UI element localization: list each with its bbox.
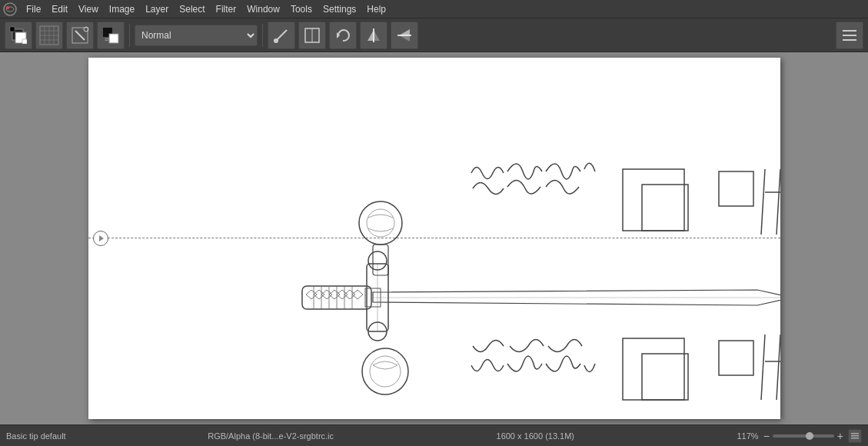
svg-rect-51	[373, 245, 388, 275]
svg-marker-25	[374, 30, 380, 41]
menu-help[interactable]: Help	[362, 2, 391, 16]
svg-rect-52	[623, 169, 684, 231]
zoom-slider-container[interactable]: − +	[763, 430, 843, 442]
menu-window[interactable]: Window	[242, 2, 284, 16]
menu-image[interactable]: Image	[105, 2, 139, 16]
zoom-in-icon[interactable]: +	[837, 430, 843, 442]
flip-vertical-btn[interactable]	[391, 22, 418, 49]
svg-line-56	[777, 169, 780, 235]
svg-point-0	[4, 3, 16, 15]
svg-rect-63	[642, 354, 688, 400]
image-info: RGB/Alpha (8-bit...e-V2-srgbtrc.ic	[208, 431, 334, 441]
svg-text:⇄: ⇄	[105, 36, 110, 43]
svg-marker-24	[367, 30, 374, 41]
status-bar: Basic tip default RGB/Alpha (8-bit...e-V…	[0, 424, 868, 446]
svg-marker-28	[399, 35, 410, 42]
svg-rect-5	[10, 27, 15, 32]
zoom-slider[interactable]	[773, 434, 834, 438]
zoom-controls: 117% − +	[737, 429, 862, 443]
main-area	[0, 52, 868, 424]
svg-rect-31	[843, 35, 856, 36]
toolbar-separator-1	[129, 24, 130, 47]
menu-view[interactable]: View	[74, 2, 103, 16]
menu-edit[interactable]: Edit	[47, 2, 72, 16]
zoom-slider-thumb	[806, 432, 813, 440]
svg-rect-32	[843, 39, 856, 41]
blend-mode-select[interactable]: Normal Dissolve Multiply Screen Overlay …	[135, 25, 258, 46]
svg-rect-6	[22, 39, 27, 44]
image-canvas[interactable]	[88, 58, 780, 419]
toolbar-separator-2	[262, 24, 263, 47]
zoom-level: 117%	[737, 431, 758, 441]
foreground-background-colors[interactable]	[5, 22, 32, 49]
tool-options-btn[interactable]	[836, 22, 863, 49]
pattern-icon[interactable]	[35, 22, 63, 49]
svg-line-15	[75, 31, 85, 40]
svg-line-55	[761, 169, 765, 235]
brush-tool-icon[interactable]	[66, 22, 94, 49]
menu-file[interactable]: File	[22, 2, 45, 16]
menu-tools[interactable]: Tools	[286, 2, 317, 16]
tool-name: Basic tip default	[6, 431, 195, 441]
svg-point-38	[370, 356, 401, 387]
statusbar-options-icon[interactable]	[848, 429, 862, 443]
svg-rect-30	[843, 30, 856, 32]
zoom-out-icon[interactable]: −	[763, 430, 770, 442]
undo-btn[interactable]	[329, 22, 357, 49]
svg-rect-72	[851, 433, 859, 434]
menu-settings[interactable]: Settings	[318, 2, 361, 16]
svg-rect-54	[719, 171, 753, 206]
drawing-content	[88, 58, 780, 419]
image-dimensions: 1600 x 1600 (13.1M)	[346, 431, 724, 441]
canvas-area[interactable]	[0, 52, 868, 424]
svg-rect-74	[851, 438, 859, 439]
svg-line-66	[777, 334, 780, 400]
svg-rect-18	[109, 34, 118, 43]
svg-point-20	[274, 38, 278, 43]
svg-point-49	[359, 201, 402, 245]
menu-layer[interactable]: Layer	[141, 2, 173, 16]
menu-bar: File Edit View Image Layer Select Filter…	[0, 0, 868, 18]
svg-point-50	[367, 209, 394, 237]
svg-rect-53	[642, 185, 688, 231]
gimp-logo-icon	[3, 2, 17, 16]
svg-rect-64	[719, 341, 753, 375]
svg-rect-62	[623, 338, 684, 400]
svg-line-65	[761, 334, 765, 400]
svg-point-37	[362, 348, 408, 394]
colors-icon[interactable]: ⇄	[97, 22, 125, 49]
menu-select[interactable]: Select	[175, 2, 209, 16]
svg-marker-27	[399, 29, 410, 35]
toolbar: ⇄ Normal Dissolve Multiply Screen Overla…	[0, 18, 868, 52]
symmetry-btn[interactable]	[298, 22, 326, 49]
flip-horizontal-btn[interactable]	[360, 22, 387, 49]
menu-filter[interactable]: Filter	[211, 2, 241, 16]
svg-point-2	[6, 6, 9, 9]
svg-rect-73	[851, 435, 859, 437]
paint-dynamics-btn[interactable]	[268, 22, 295, 49]
